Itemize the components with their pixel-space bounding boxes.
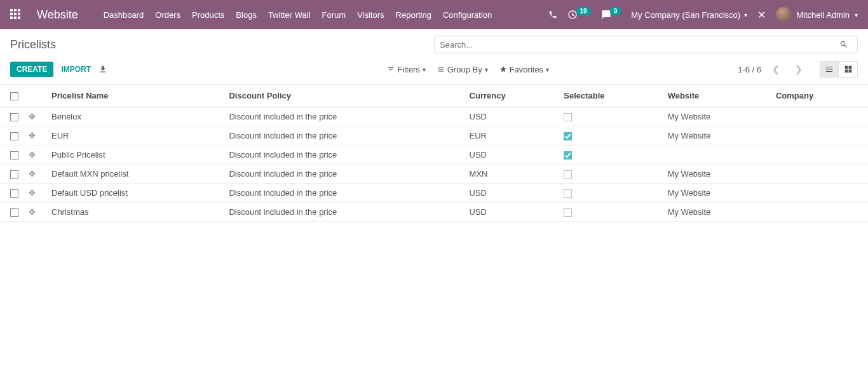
row-checkbox[interactable] bbox=[10, 132, 18, 140]
nav-visitors[interactable]: Visitors bbox=[357, 10, 384, 20]
select-all-checkbox[interactable] bbox=[10, 92, 18, 100]
download-icon[interactable] bbox=[98, 65, 107, 74]
row-checkbox[interactable] bbox=[10, 208, 18, 217]
cell-currency: USD bbox=[465, 146, 559, 165]
cell-currency: USD bbox=[465, 107, 559, 126]
cell-name: Benelux bbox=[46, 107, 224, 126]
pager-text: 1-6 / 6 bbox=[738, 65, 761, 74]
cell-policy: Discount included in the price bbox=[224, 107, 464, 126]
nav-products[interactable]: Products bbox=[192, 10, 224, 20]
pager-prev[interactable]: ❮ bbox=[768, 61, 784, 78]
cell-company bbox=[771, 146, 868, 165]
activity-count: 19 bbox=[576, 7, 591, 15]
page-title: Pricelists bbox=[10, 38, 434, 51]
drag-handle-icon[interactable]: ✥ bbox=[29, 188, 36, 198]
nav-blogs[interactable]: Blogs bbox=[236, 10, 257, 20]
cell-currency: USD bbox=[465, 184, 559, 203]
row-checkbox[interactable] bbox=[10, 113, 18, 121]
cell-policy: Discount included in the price bbox=[224, 165, 464, 184]
table-row[interactable]: ✥Default MXN pricelistDiscount included … bbox=[0, 165, 868, 184]
cell-policy: Discount included in the price bbox=[224, 184, 464, 203]
table-row[interactable]: ✥BeneluxDiscount included in the priceUS… bbox=[0, 107, 868, 126]
cell-company bbox=[771, 126, 868, 146]
groupby-button[interactable]: Group By▾ bbox=[437, 65, 488, 74]
kanban-view-button[interactable] bbox=[839, 61, 858, 78]
col-company[interactable]: Company bbox=[771, 85, 868, 107]
company-selector[interactable]: My Company (San Francisco)▾ bbox=[631, 10, 747, 20]
cell-selectable[interactable] bbox=[564, 189, 572, 198]
cell-selectable[interactable] bbox=[564, 170, 572, 179]
cell-selectable[interactable] bbox=[564, 151, 572, 160]
cell-website bbox=[663, 146, 771, 165]
cell-website: My Website bbox=[663, 184, 771, 203]
drag-handle-icon[interactable]: ✥ bbox=[29, 150, 36, 160]
cell-website: My Website bbox=[663, 126, 771, 146]
drag-handle-icon[interactable]: ✥ bbox=[29, 131, 36, 140]
close-icon[interactable]: ✕ bbox=[757, 9, 766, 21]
main-nav: DashboardOrdersProductsBlogsTwitter Wall… bbox=[104, 10, 492, 20]
cell-policy: Discount included in the price bbox=[224, 203, 464, 222]
cell-currency: USD bbox=[465, 203, 559, 222]
search-icon[interactable] bbox=[839, 40, 857, 49]
nav-configuration[interactable]: Configuration bbox=[443, 10, 492, 20]
search-input[interactable] bbox=[435, 37, 839, 52]
pager-next[interactable]: ❯ bbox=[790, 61, 807, 78]
row-checkbox[interactable] bbox=[10, 170, 18, 179]
table-row[interactable]: ✥ChristmasDiscount included in the price… bbox=[0, 203, 868, 222]
cell-name: Default MXN pricelist bbox=[46, 165, 224, 184]
cell-website: My Website bbox=[663, 165, 771, 184]
col-currency[interactable]: Currency bbox=[465, 85, 559, 107]
phone-icon[interactable] bbox=[548, 10, 557, 19]
drag-handle-icon[interactable]: ✥ bbox=[29, 169, 36, 179]
col-selectable[interactable]: Selectable bbox=[559, 85, 662, 107]
search-bar bbox=[434, 36, 858, 53]
cell-website: My Website bbox=[663, 107, 771, 126]
table-row[interactable]: ✥Default USD pricelistDiscount included … bbox=[0, 184, 868, 203]
cell-website: My Website bbox=[663, 203, 771, 222]
cell-currency: EUR bbox=[465, 126, 559, 146]
activity-button[interactable]: 19 bbox=[567, 10, 591, 20]
topbar: Website DashboardOrdersProductsBlogsTwit… bbox=[0, 0, 868, 29]
cell-currency: MXN bbox=[465, 165, 559, 184]
cell-selectable[interactable] bbox=[564, 208, 572, 217]
col-name[interactable]: Pricelist Name bbox=[46, 85, 224, 107]
nav-reporting[interactable]: Reporting bbox=[396, 10, 431, 20]
drag-handle-icon[interactable]: ✥ bbox=[29, 207, 36, 217]
avatar bbox=[776, 7, 791, 22]
apps-icon[interactable] bbox=[10, 9, 22, 20]
cell-selectable[interactable] bbox=[564, 132, 572, 140]
cell-name: Public Pricelist bbox=[46, 146, 224, 165]
cell-name: Default USD pricelist bbox=[46, 184, 224, 203]
nav-orders[interactable]: Orders bbox=[155, 10, 180, 20]
nav-forum[interactable]: Forum bbox=[322, 10, 346, 20]
messages-button[interactable]: 9 bbox=[601, 10, 621, 20]
cell-selectable[interactable] bbox=[564, 113, 572, 121]
cell-policy: Discount included in the price bbox=[224, 126, 464, 146]
cell-company bbox=[771, 184, 868, 203]
nav-twitter-wall[interactable]: Twitter Wall bbox=[268, 10, 311, 20]
filters-button[interactable]: Filters▾ bbox=[387, 65, 425, 74]
col-website[interactable]: Website bbox=[663, 85, 771, 107]
row-checkbox[interactable] bbox=[10, 151, 18, 160]
cell-policy: Discount included in the price bbox=[224, 146, 464, 165]
messages-count: 9 bbox=[610, 7, 621, 15]
cell-name: Christmas bbox=[46, 203, 224, 222]
cell-company bbox=[771, 203, 868, 222]
user-menu[interactable]: Mitchell Admin▾ bbox=[776, 7, 858, 22]
create-button[interactable]: CREATE bbox=[10, 62, 53, 77]
cell-company bbox=[771, 107, 868, 126]
col-policy[interactable]: Discount Policy bbox=[224, 85, 464, 107]
cell-company bbox=[771, 165, 868, 184]
table-row[interactable]: ✥Public PricelistDiscount included in th… bbox=[0, 146, 868, 165]
import-button[interactable]: IMPORT bbox=[61, 65, 91, 74]
list-view-button[interactable] bbox=[820, 61, 839, 78]
row-checkbox[interactable] bbox=[10, 189, 18, 198]
drag-handle-icon[interactable]: ✥ bbox=[29, 112, 36, 121]
favorites-button[interactable]: Favorites▾ bbox=[499, 65, 549, 74]
cell-name: EUR bbox=[46, 126, 224, 146]
brand[interactable]: Website bbox=[37, 8, 78, 22]
pricelist-table: Pricelist Name Discount Policy Currency … bbox=[0, 85, 868, 222]
table-row[interactable]: ✥EURDiscount included in the priceEURMy … bbox=[0, 126, 868, 146]
nav-dashboard[interactable]: Dashboard bbox=[104, 10, 144, 20]
